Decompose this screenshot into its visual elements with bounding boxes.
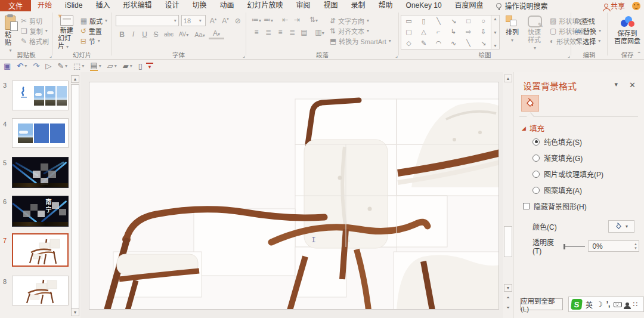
slide-thumbnail-6[interactable]: 南宁 [12, 196, 69, 227]
group-objects-button[interactable]: ⬚▾ [71, 61, 86, 70]
thumb-scroll-down-button[interactable]: ▼ [71, 308, 79, 316]
slide-thumbnail-8[interactable] [12, 276, 69, 305]
format-painter-qat-button[interactable]: ▤▾ [88, 61, 103, 71]
tab-view[interactable]: 视图 [317, 0, 345, 11]
option-picture-fill[interactable]: 图片或纹理填充(P) [532, 169, 603, 179]
tab-animations[interactable]: 动画 [213, 0, 240, 11]
apply-to-all-button[interactable]: 应用到全部(L) [520, 298, 563, 310]
shape-arrow2-icon[interactable]: ↘ [481, 40, 486, 47]
slide-thumbnail-4[interactable] [12, 118, 69, 148]
shrink-font-button[interactable]: A▾ [221, 17, 231, 25]
smartart-button[interactable]: ⬒转换为 SmartArt▾ [328, 36, 393, 46]
shape-scribble-icon[interactable]: ✎ [421, 40, 426, 47]
tab-onekey[interactable]: OneKey 10 [400, 0, 448, 11]
share-button[interactable]: 共享 [604, 1, 625, 11]
distribute-button[interactable]: ▤ [298, 28, 310, 36]
text-direction-button[interactable]: ⇵文字方向▾ [328, 16, 393, 26]
shape-line-icon[interactable]: ╲ [436, 18, 441, 24]
arrange-button[interactable]: 排列 ▾ [503, 14, 522, 45]
transparency-slider[interactable] [564, 243, 585, 250]
thumb-scroll-up-button[interactable]: ▲ [71, 75, 79, 83]
tab-shape-edit[interactable]: 形状编辑 [116, 0, 158, 11]
slide-thumbnail-3[interactable] [12, 81, 69, 110]
change-case-button[interactable]: Aa▾ [192, 31, 208, 38]
shape-oval-icon[interactable]: ○ [481, 18, 485, 24]
new-slide-button[interactable]: 新建 幻灯片 ▾ [55, 14, 79, 51]
shape-gallery[interactable]: ▭ ▯ ╲ ↘ □ ○ ▢ △ ⌐ ↳ ⇨ ⇩ ◇ ✎ ◠ [401, 15, 491, 50]
italic-button[interactable]: I [128, 30, 138, 39]
option-gradient-fill[interactable]: 渐变填充(G) [532, 153, 583, 163]
strikethrough-button[interactable]: S [151, 30, 161, 39]
send-backward-button[interactable]: ▰▾ [120, 61, 135, 70]
bring-forward-button[interactable]: ▱▾ [105, 61, 119, 70]
collapse-ribbon-button[interactable]: ⌃ [637, 51, 642, 57]
tab-baidu-netdisk[interactable]: 百度网盘 [448, 0, 490, 11]
copy-button[interactable]: ❏复制▾ [19, 26, 51, 36]
find-button[interactable]: 查找 [573, 16, 605, 26]
font-size-combo[interactable]: ▾ [181, 15, 206, 26]
font-size-input[interactable] [184, 17, 199, 24]
section-button[interactable]: ⊟节▾ [79, 36, 109, 46]
ime-person-icon[interactable] [626, 302, 629, 306]
next-slide-button[interactable]: ⏷ [504, 304, 512, 312]
bold-button[interactable]: B [117, 30, 127, 39]
shape-line2-icon[interactable]: ╲ [466, 40, 470, 47]
shape-elbow-icon[interactable]: ⌐ [436, 29, 440, 35]
drawing-dialog-launcher[interactable]: ⌟ [568, 53, 570, 58]
undo-button[interactable]: ↶▾ [14, 61, 29, 70]
tab-help[interactable]: 帮助 [372, 0, 400, 11]
paragraph-dialog-launcher[interactable]: ⌟ [395, 53, 398, 58]
shape-textbox-icon[interactable]: ▭ [405, 18, 411, 24]
paste-button[interactable]: 粘贴 ▾ [2, 14, 19, 55]
select-button[interactable]: ↖选择▾ [573, 36, 605, 46]
transparency-spinner[interactable]: 0% ▲▼ [588, 240, 639, 252]
shape-freeform-icon[interactable]: ◇ [406, 40, 411, 47]
new-file-button[interactable]: ▯ [136, 61, 145, 70]
ime-language-toggle[interactable]: 英 [586, 300, 593, 310]
pane-options-button[interactable]: ▾ [614, 81, 618, 88]
tab-design[interactable]: 设计 [158, 0, 185, 11]
shape-rect-icon[interactable]: □ [466, 18, 470, 24]
line-spacing-button[interactable]: ⇅▾ [308, 16, 320, 24]
tab-transitions[interactable]: 切换 [185, 0, 213, 11]
bullets-button[interactable]: ≔▾ [250, 16, 262, 24]
clipboard-dialog-launcher[interactable]: ⌟ [49, 53, 52, 58]
shape-draw-button[interactable]: ✎▾ [55, 61, 70, 70]
option-hide-background[interactable]: 隐藏背景图形(H) [523, 201, 587, 211]
shape-right-arrow-icon[interactable]: ⇨ [466, 29, 471, 35]
redo-button[interactable]: ↷ [30, 61, 42, 70]
font-name-combo[interactable]: ▾ [116, 15, 179, 26]
shape-down-arrow-icon[interactable]: ⇩ [481, 29, 486, 35]
ime-more-icon[interactable]: ∷ [633, 300, 636, 308]
cut-button[interactable]: ✂剪切 [19, 16, 51, 26]
option-solid-fill[interactable]: 纯色填充(S) [532, 137, 582, 147]
canvas-scroll-down-button[interactable]: ▼ [504, 284, 512, 292]
font-name-input[interactable] [118, 17, 174, 24]
save-to-baidu-button[interactable]: 保存到 百度网盘 [609, 14, 644, 51]
shape-gallery-scroll[interactable]: ▲▼▼ [491, 15, 500, 50]
tab-insert[interactable]: 插入 [89, 0, 116, 11]
tab-slideshow[interactable]: 幻灯片放映 [240, 0, 289, 11]
shape-triangle-icon[interactable]: △ [421, 29, 426, 35]
increase-indent-button[interactable]: ⇥ [291, 16, 303, 24]
slide-thumbnail-7[interactable] [12, 233, 69, 267]
clear-format-button[interactable]: ⊘ [233, 17, 243, 25]
strikethrough2-button[interactable]: abc [162, 31, 175, 38]
fill-tab-button[interactable] [521, 95, 539, 112]
align-right-button[interactable]: ≡ [274, 28, 286, 36]
shape-curve-icon[interactable]: ∿ [451, 40, 456, 47]
keyboard-icon[interactable] [614, 302, 622, 307]
slide-editing-surface[interactable]: I [89, 82, 499, 310]
align-text-button[interactable]: ⇅对齐文本▾ [328, 26, 393, 36]
canvas-scroll-thumb[interactable] [504, 226, 512, 257]
replace-button[interactable]: ab替换▾ [573, 26, 605, 36]
customize-qat-button[interactable]: ▾ [146, 63, 154, 70]
thumbnail-scrollbar[interactable]: ▲ ▼ [70, 72, 80, 318]
previous-slide-button[interactable]: ⏶ [504, 294, 512, 302]
layout-button[interactable]: ▦版式▾ [79, 16, 109, 26]
quick-styles-button[interactable]: 快速样式 ▾ [525, 14, 545, 53]
shape-elbow-arrow-icon[interactable]: ↳ [451, 29, 456, 35]
font-dialog-launcher[interactable]: ⌟ [243, 53, 245, 58]
reset-button[interactable]: ↺重置 [79, 26, 109, 36]
tab-home[interactable]: 开始 [31, 0, 58, 11]
